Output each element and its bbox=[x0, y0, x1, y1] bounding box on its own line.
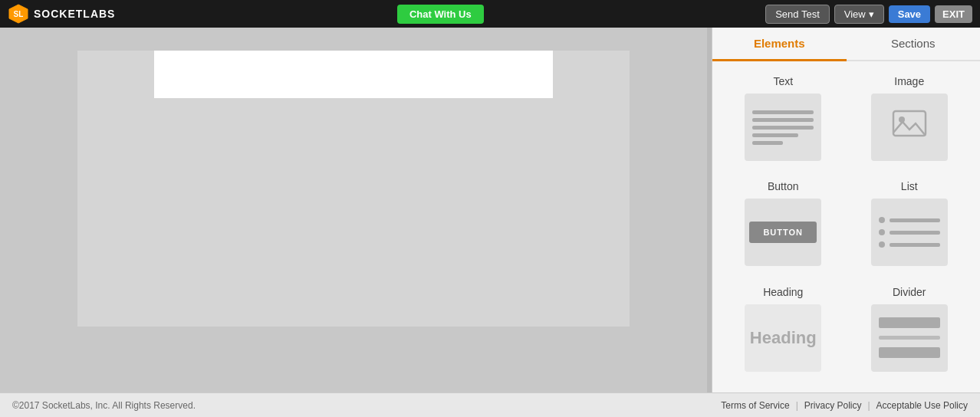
footer-sep-2: | bbox=[867, 400, 870, 411]
list-dot-1 bbox=[879, 217, 885, 223]
divider-bar-thick-1 bbox=[879, 317, 940, 328]
acceptable-use-policy-link[interactable]: Acceptable Use Policy bbox=[876, 400, 968, 411]
footer-sep-1: | bbox=[796, 400, 798, 411]
save-button[interactable]: Save bbox=[889, 5, 930, 23]
chevron-down-icon: ▾ bbox=[869, 8, 874, 20]
list-bar-2 bbox=[890, 231, 940, 235]
image-icon bbox=[890, 105, 929, 150]
page-footer: ©2017 SocketLabs, Inc. All Rights Reserv… bbox=[0, 392, 980, 417]
list-preview-lines bbox=[871, 209, 948, 255]
list-row-2 bbox=[879, 229, 940, 235]
divider-element-preview[interactable] bbox=[871, 304, 948, 372]
privacy-policy-link[interactable]: Privacy Policy bbox=[804, 400, 862, 411]
element-label-heading: Heading bbox=[763, 286, 803, 298]
logo-text: SOCKETLABS bbox=[34, 8, 115, 20]
divider-preview-lines bbox=[871, 305, 948, 370]
heading-preview-text: Heading bbox=[750, 328, 817, 348]
footer-copyright: ©2017 SocketLabs, Inc. All Rights Reserv… bbox=[12, 400, 196, 411]
image-element-preview[interactable] bbox=[871, 94, 948, 161]
chat-with-us-button[interactable]: Chat With Us bbox=[397, 5, 484, 24]
list-row-1 bbox=[879, 217, 940, 223]
list-dot-3 bbox=[879, 241, 885, 248]
element-label-text: Text bbox=[773, 75, 793, 87]
element-cell-image: Image bbox=[847, 69, 973, 174]
exit-button[interactable]: EXIT bbox=[935, 5, 972, 23]
divider-bar-thick-2 bbox=[879, 347, 940, 358]
element-cell-divider: Divider bbox=[847, 280, 973, 385]
text-line-1 bbox=[752, 110, 814, 114]
element-cell-text: Text bbox=[720, 69, 847, 174]
heading-element-preview[interactable]: Heading bbox=[745, 304, 821, 372]
tab-elements[interactable]: Elements bbox=[712, 28, 847, 61]
app-header: SL SOCKETLABS Chat With Us Send Test Vie… bbox=[0, 0, 980, 28]
email-canvas bbox=[77, 51, 630, 327]
svg-rect-2 bbox=[893, 111, 926, 136]
tab-sections[interactable]: Sections bbox=[847, 28, 981, 60]
email-header-block bbox=[154, 51, 553, 98]
text-line-5 bbox=[752, 141, 783, 145]
right-panel: Elements Sections Text Im bbox=[712, 28, 980, 392]
element-label-list: List bbox=[901, 180, 918, 192]
terms-of-service-link[interactable]: Terms of Service bbox=[721, 400, 789, 411]
send-test-button[interactable]: Send Test bbox=[765, 5, 830, 24]
button-element-preview[interactable]: BUTTON bbox=[745, 199, 821, 266]
element-cell-list: List bbox=[847, 174, 973, 279]
socketlabs-logo-icon: SL bbox=[8, 3, 29, 25]
list-bar-1 bbox=[890, 218, 940, 222]
element-label-divider: Divider bbox=[893, 286, 926, 298]
list-dot-2 bbox=[879, 229, 885, 235]
list-bar-3 bbox=[890, 243, 940, 247]
svg-text:SL: SL bbox=[14, 10, 24, 18]
text-line-2 bbox=[752, 118, 814, 122]
header-center: Chat With Us bbox=[397, 5, 484, 24]
list-element-preview[interactable] bbox=[871, 199, 948, 266]
footer-links: Terms of Service | Privacy Policy | Acce… bbox=[721, 400, 968, 411]
text-element-preview[interactable] bbox=[745, 94, 821, 161]
panel-tabs: Elements Sections bbox=[712, 28, 980, 61]
element-cell-button: Button BUTTON bbox=[720, 174, 847, 279]
canvas-area bbox=[0, 28, 707, 392]
text-preview-lines bbox=[745, 103, 821, 153]
header-right: Send Test View ▾ Save EXIT bbox=[765, 5, 972, 24]
element-label-image: Image bbox=[894, 75, 924, 87]
heading-preview-box: Heading bbox=[745, 304, 821, 372]
main-area: Elements Sections Text Im bbox=[0, 28, 980, 392]
button-preview-inner: BUTTON bbox=[749, 222, 817, 243]
text-line-3 bbox=[752, 126, 814, 130]
elements-grid: Text Image bbox=[712, 61, 980, 392]
view-button[interactable]: View ▾ bbox=[834, 5, 884, 24]
element-label-button: Button bbox=[768, 180, 798, 192]
list-row-3 bbox=[879, 241, 940, 248]
logo-area: SL SOCKETLABS bbox=[8, 3, 115, 25]
text-line-4 bbox=[752, 133, 798, 137]
divider-bar-thin bbox=[879, 336, 940, 340]
element-cell-heading: Heading Heading bbox=[720, 280, 847, 385]
